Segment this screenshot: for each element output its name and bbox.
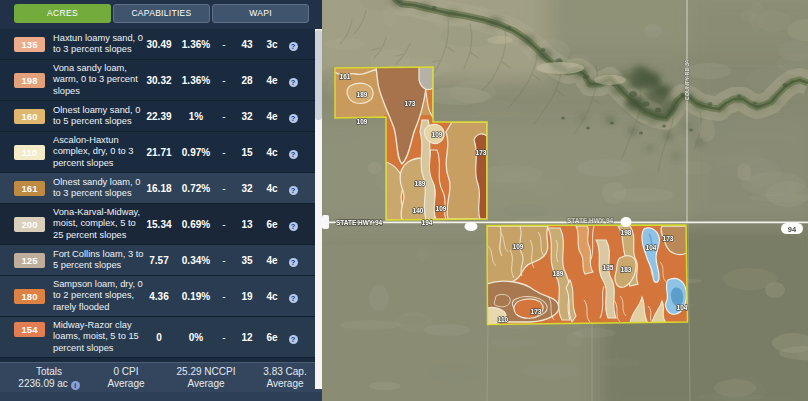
svg-text:161: 161 xyxy=(340,73,351,80)
svg-text:189: 189 xyxy=(357,91,368,98)
svg-text:173: 173 xyxy=(405,100,416,107)
svg-text:183: 183 xyxy=(621,266,632,273)
svg-text:109: 109 xyxy=(432,131,443,138)
svg-text:173: 173 xyxy=(663,235,674,242)
svg-text:198: 198 xyxy=(621,229,632,236)
svg-text:109: 109 xyxy=(357,118,368,125)
svg-text:110: 110 xyxy=(498,316,509,323)
svg-text:109: 109 xyxy=(436,205,447,212)
svg-text:STATE HWY 94: STATE HWY 94 xyxy=(336,219,383,226)
svg-text:94: 94 xyxy=(788,225,797,234)
svg-text:109: 109 xyxy=(513,243,524,250)
svg-text:194: 194 xyxy=(422,219,433,226)
svg-text:STATE HWY 94: STATE HWY 94 xyxy=(567,217,614,224)
svg-text:104: 104 xyxy=(677,304,688,311)
svg-text:173: 173 xyxy=(531,308,542,315)
svg-text:189: 189 xyxy=(553,270,564,277)
svg-text:189: 189 xyxy=(415,180,426,187)
svg-text:135: 135 xyxy=(603,264,614,271)
svg-text:140: 140 xyxy=(413,207,424,214)
svg-text:173: 173 xyxy=(476,149,487,156)
svg-text:COUNTY RD 34: COUNTY RD 34 xyxy=(684,60,690,100)
svg-text:104: 104 xyxy=(646,244,657,251)
